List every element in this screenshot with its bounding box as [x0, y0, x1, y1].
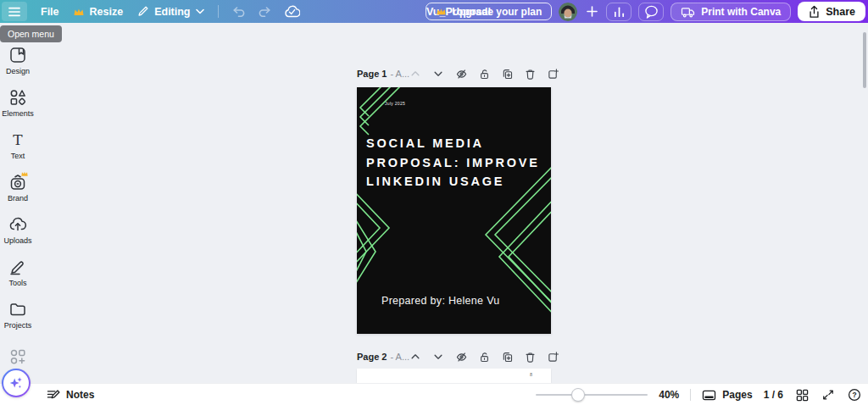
page2-controls: Page 2 - A...	[357, 350, 551, 363]
pages-panel-button[interactable]: Pages	[702, 389, 752, 402]
pages-icon	[702, 389, 716, 402]
svg-text:?: ?	[852, 391, 856, 399]
truck-icon	[681, 6, 695, 18]
projects-icon	[8, 300, 27, 319]
document-page-2[interactable]: 8	[357, 369, 551, 383]
sidebar-label-design: Design	[6, 67, 30, 75]
unlock-icon	[479, 352, 490, 363]
file-menu-button[interactable]: File	[34, 2, 66, 21]
sidebar-label-tools: Tools	[8, 279, 26, 287]
crown-icon	[436, 7, 447, 16]
add-page-button[interactable]	[547, 351, 559, 363]
help-button[interactable]: ?	[847, 387, 862, 402]
hide-page-button[interactable]	[455, 68, 467, 80]
sidebar-item-projects[interactable]: Projects	[0, 293, 36, 336]
upgrade-plan-button[interactable]: Upgrade your plan	[426, 3, 552, 20]
add-page-icon	[548, 69, 559, 80]
design-icon	[8, 46, 27, 64]
add-page-button[interactable]	[547, 68, 559, 80]
page1-title-suffix: - A...	[390, 69, 409, 79]
sidebar-item-elements[interactable]: Elements	[0, 81, 36, 124]
sidebar-label-elements: Elements	[2, 109, 34, 118]
editing-mode-dropdown[interactable]: Editing	[130, 2, 210, 21]
document-page-1[interactable]: July 2025 SOCIAL MEDIA PROPOSAL: IMPROVE…	[357, 87, 551, 334]
vertical-scrollbar[interactable]	[863, 32, 866, 88]
ai-assistant-button[interactable]	[2, 369, 31, 397]
page-indicator: 1 / 6	[764, 389, 783, 401]
comment-icon	[644, 5, 659, 19]
duplicate-icon	[502, 69, 513, 80]
page2-label: Page 2	[357, 352, 387, 362]
fullscreen-button[interactable]	[821, 387, 836, 402]
notes-icon	[47, 389, 60, 402]
chevron-down-icon	[433, 69, 443, 79]
elements-icon	[8, 88, 27, 107]
text-icon: T	[8, 130, 27, 149]
move-page-up-button[interactable]	[409, 68, 421, 80]
sidebar-item-brand[interactable]: Brand	[0, 166, 36, 208]
plus-icon	[587, 6, 598, 17]
title-line-3: LINKEDIN USAGE	[366, 172, 548, 191]
move-page-down-button[interactable]	[432, 68, 444, 80]
add-member-button[interactable]	[584, 3, 599, 21]
chevron-up-icon	[410, 69, 420, 79]
notes-label: Notes	[66, 389, 94, 401]
lock-page-button[interactable]	[478, 351, 490, 363]
duplicate-page-button[interactable]	[501, 68, 513, 80]
sidebar-item-text[interactable]: T Text	[0, 124, 36, 166]
hide-icon	[456, 352, 467, 363]
move-page-down-button[interactable]	[432, 351, 444, 363]
editing-mode-label: Editing	[154, 6, 190, 18]
sparkle-icon	[8, 374, 25, 391]
notes-button[interactable]: Notes	[47, 384, 94, 405]
unlock-icon	[479, 69, 490, 80]
print-with-canva-button[interactable]: Print with Canva	[670, 3, 791, 21]
pencil-icon	[136, 5, 149, 18]
sidebar-item-tools[interactable]: Tools	[0, 251, 36, 293]
save-status-button[interactable]	[278, 2, 306, 21]
grid-view-button[interactable]	[794, 387, 810, 402]
delete-page-button[interactable]	[524, 351, 536, 363]
zoom-slider-track[interactable]	[536, 394, 648, 396]
avatar[interactable]	[559, 3, 577, 21]
undo-button[interactable]	[225, 2, 252, 21]
toolbar-divider	[218, 5, 219, 18]
hide-page-button[interactable]	[455, 351, 467, 363]
redo-button[interactable]	[252, 2, 278, 21]
fullscreen-icon	[822, 389, 834, 401]
document-title-text: SOCIAL MEDIA PROPOSAL: IMPROVE LINKEDIN …	[366, 134, 548, 191]
delete-page-button[interactable]	[524, 68, 536, 80]
move-page-up-button[interactable]	[409, 351, 421, 363]
page2-title-suffix: - A...	[390, 352, 409, 362]
svg-text:T: T	[13, 130, 23, 147]
add-page-icon	[548, 352, 559, 363]
sidebar-item-design[interactable]: Design	[0, 39, 36, 81]
duplicate-icon	[502, 352, 513, 363]
chevron-up-icon	[410, 352, 420, 362]
uploads-icon	[8, 215, 27, 234]
prepared-by-text: Prepared by: Helene Vu	[381, 295, 500, 307]
main-menu-button[interactable]	[2, 2, 27, 21]
comments-button[interactable]	[638, 3, 664, 21]
undo-icon	[231, 5, 246, 18]
crown-icon	[73, 7, 85, 17]
sidebar-item-uploads[interactable]: Uploads	[0, 208, 36, 251]
sidebar-label-text: Text	[11, 152, 25, 160]
share-button[interactable]: Share	[798, 2, 865, 21]
help-icon: ?	[848, 388, 861, 402]
chevron-down-icon	[433, 352, 443, 362]
zoom-slider-thumb[interactable]	[571, 388, 585, 402]
resize-label: Resize	[90, 6, 124, 18]
resize-button[interactable]: Resize	[66, 2, 131, 21]
insights-button[interactable]	[606, 3, 632, 21]
canva-editor: File Resize Editing	[0, 0, 868, 405]
lock-page-button[interactable]	[478, 68, 490, 80]
zoom-slider[interactable]	[536, 388, 648, 402]
upgrade-plan-label: Upgrade your plan	[452, 6, 542, 18]
duplicate-page-button[interactable]	[501, 351, 513, 363]
title-line-2: PROPOSAL: IMPROVE	[366, 153, 548, 173]
print-with-canva-label: Print with Canva	[701, 6, 781, 18]
file-menu-label: File	[41, 6, 59, 18]
trash-icon	[525, 69, 536, 80]
avatar-image	[559, 3, 577, 21]
